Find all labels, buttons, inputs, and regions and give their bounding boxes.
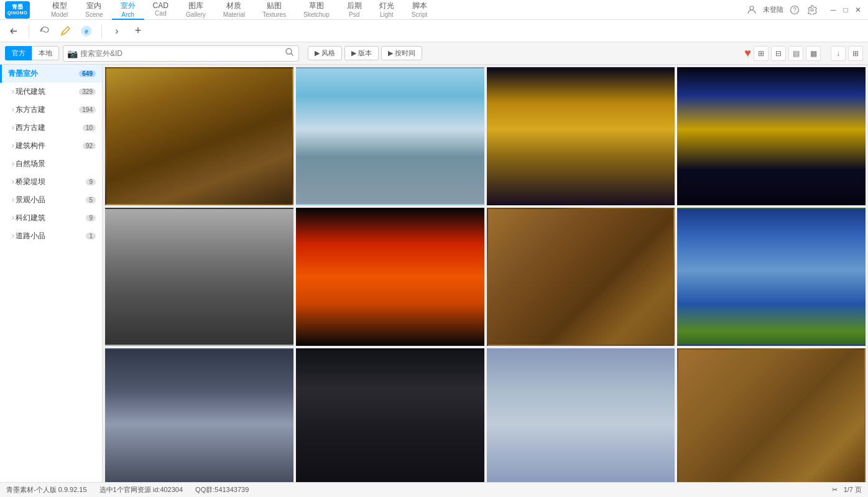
nav-tab-arch[interactable]: 室外Arch [112, 0, 144, 20]
wrench-tool[interactable] [35, 22, 53, 40]
filter-buttons: ▶ 风格 ▶ 版本 ▶ 按时间 [308, 46, 422, 60]
search-icon[interactable] [285, 47, 295, 59]
sidebar-label: ›建筑构件 [12, 141, 45, 151]
svg-text:?: ? [793, 7, 796, 14]
maximize-button[interactable]: □ [841, 5, 851, 15]
grid-item-2[interactable]: 现代别墅 [296, 67, 484, 205]
ie-icon[interactable]: e [78, 22, 95, 40]
local-tab[interactable]: 本地 [32, 46, 59, 60]
download-icon[interactable]: ↓ [831, 46, 846, 61]
sidebar-label: ›东方古建 [12, 105, 45, 115]
svg-point-6 [286, 49, 292, 54]
nav-tab-sketchup[interactable]: 草图Sketchup [295, 0, 338, 20]
sidebar-item-科幻建筑[interactable]: ›科幻建筑9 [0, 209, 102, 227]
nav-tab-psd[interactable]: 后期Psd [338, 0, 371, 20]
nav-tab-model[interactable]: 模型Model [42, 0, 76, 20]
grid-layout-icon[interactable]: ⊞ [848, 46, 863, 61]
sidebar-label: ›西方古建 [12, 123, 45, 133]
sidebar-label: ›自然场景 [12, 159, 45, 169]
time-icon: ▶ [388, 49, 393, 57]
settings-icon[interactable] [806, 4, 818, 16]
login-label[interactable]: 未登陆 [763, 5, 783, 14]
search-box: 📷 [63, 45, 299, 62]
back-tool[interactable] [5, 22, 22, 40]
status-left: 青墨素材-个人版 0.9.92.15 选中1个官网资源 id:402304 QQ… [6, 485, 249, 495]
sidebar-item-建筑构件[interactable]: ›建筑构件92 [0, 137, 102, 155]
sidebar-count: 9 [86, 179, 96, 185]
camera-icon[interactable]: 📷 [67, 49, 78, 58]
sidebar: 青墨室外649›现代建筑329›东方古建194›西方古建10›建筑构件92›自然… [0, 65, 103, 482]
search-toolbar: 官方 本地 📷 ▶ 风格 ▶ 版本 ▶ 按时间 ♥ ⊞ ⊟ ▤ ▦ ↓ ⊞ [0, 42, 868, 65]
view-grid-3[interactable]: ▤ [788, 46, 803, 61]
sidebar-count: 9 [86, 215, 96, 221]
sidebar-count: 5 [86, 197, 96, 203]
time-filter[interactable]: ▶ 按时间 [381, 46, 422, 60]
sidebar-count: 329 [79, 88, 96, 95]
grid-item-11[interactable]: 方形台 [487, 348, 675, 482]
grid-item-5[interactable]: 现代建筑 [105, 208, 293, 346]
sidebar-item-东方古建[interactable]: ›东方古建194 [0, 101, 102, 119]
grid-item-12[interactable]: 木亭群 [677, 348, 866, 482]
nav-tab-light[interactable]: 灯光Light [371, 0, 403, 20]
add-tool[interactable]: + [129, 22, 147, 40]
scissors-icon: ✂ [832, 486, 838, 494]
version-filter[interactable]: ▶ 版本 [344, 46, 379, 60]
grid-item-9[interactable]: 别墅夜景 [105, 348, 293, 482]
sidebar-item-道路小品[interactable]: ›道路小品1 [0, 227, 102, 245]
official-tab[interactable]: 官方 [5, 46, 32, 60]
user-icon[interactable] [746, 4, 758, 16]
app-logo: 青墨 QINGMO [5, 1, 30, 19]
sidebar-item-现代建筑[interactable]: ›现代建筑329 [0, 83, 102, 101]
sidebar-label: ›道路小品 [12, 231, 45, 241]
sidebar-count: 649 [79, 70, 96, 77]
sidebar-count: 92 [83, 142, 96, 149]
minimize-button[interactable]: ─ [828, 5, 838, 15]
titlebar-left: 青墨 QINGMO 模型Model室内Scene室外ArchCADCad图库Ga… [5, 0, 436, 20]
view-grid-1[interactable]: ⊞ [754, 46, 769, 61]
nav-tab-gallery[interactable]: 图库Gallery [177, 0, 215, 20]
sidebar-count: 10 [83, 124, 96, 131]
toolbar-right: ♥ ⊞ ⊟ ▤ ▦ ↓ ⊞ [744, 46, 863, 61]
sep2 [101, 25, 102, 37]
sidebar-item-景观小品[interactable]: ›景观小品5 [0, 191, 102, 209]
view-grid-4[interactable]: ▦ [806, 46, 821, 61]
grid-item-10[interactable]: 天母蟹岛烤鸭 [296, 348, 484, 482]
sidebar-item-西方古建[interactable]: ›西方古建10 [0, 119, 102, 137]
style-filter[interactable]: ▶ 风格 [308, 46, 342, 60]
statusbar: 青墨素材-个人版 0.9.92.15 选中1个官网资源 id:402304 QQ… [0, 482, 868, 497]
close-button[interactable]: ✕ [853, 5, 863, 15]
nav-tab-cad[interactable]: CADCad [144, 0, 177, 20]
arrow-expand[interactable]: › [108, 22, 126, 40]
sidebar-item-自然场景[interactable]: ›自然场景 [0, 155, 102, 173]
grid-item-1[interactable]: 古建木结构 [105, 67, 293, 205]
grid-item-6[interactable]: 八哥小馆 [296, 208, 484, 346]
view-grid-2[interactable]: ⊟ [771, 46, 786, 61]
search-input[interactable] [80, 49, 285, 58]
nav-tab-script[interactable]: 脚本Script [403, 0, 436, 20]
grid-item-4[interactable]: 君御阁会所 [677, 67, 866, 205]
toolbar: e › + [0, 20, 868, 42]
grid-item-8[interactable]: 光伏电站 [677, 208, 866, 346]
page-info: 1/7 页 [844, 485, 862, 495]
sidebar-item-青墨室外[interactable]: 青墨室外649 [0, 65, 102, 83]
source-toggle: 官方 本地 [5, 46, 59, 60]
help-icon[interactable]: ? [788, 4, 801, 16]
favorite-icon[interactable]: ♥ [744, 47, 751, 60]
sidebar-count: 1 [86, 233, 96, 239]
nav-tab-scene[interactable]: 室内Scene [76, 0, 111, 20]
nav-tab-material[interactable]: 材质Material [215, 0, 254, 20]
window-controls: ─ □ ✕ [828, 5, 863, 15]
sidebar-label: ›科幻建筑 [12, 213, 45, 223]
grid-item-3[interactable]: 豪华酒店 [487, 67, 675, 205]
pen-tool[interactable] [57, 22, 74, 40]
titlebar-right: 未登陆 ? ─ □ ✕ [746, 4, 863, 16]
sidebar-item-桥梁堤坝[interactable]: ›桥梁堤坝9 [0, 173, 102, 191]
grid-item-7[interactable]: 古村落 [487, 208, 675, 346]
sidebar-count: 194 [79, 106, 96, 113]
selected-info: 选中1个官网资源 id:402304 [99, 485, 183, 495]
logo-cn: 青墨 [12, 4, 23, 11]
nav-tab-textures[interactable]: 贴图Textures [254, 0, 295, 20]
sidebar-label: ›桥梁堤坝 [12, 177, 45, 187]
sidebar-label: ›景观小品 [12, 195, 45, 205]
version-info: 青墨素材-个人版 0.9.92.15 [6, 485, 87, 495]
